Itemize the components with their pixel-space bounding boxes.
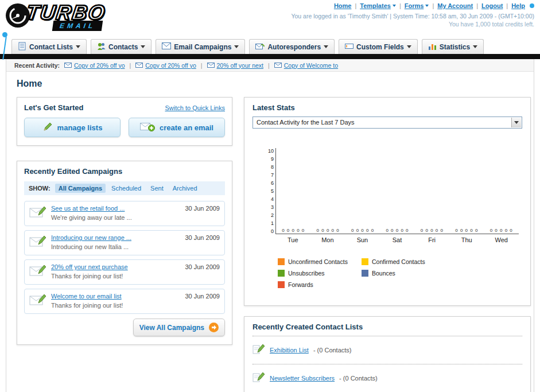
campaign-title-link[interactable]: See us at the retail food ... [51, 205, 180, 212]
tab-scheduled[interactable]: Scheduled [108, 184, 145, 193]
y-tick-label: 8 [265, 164, 274, 170]
header-right: Home Templates Forms My Account Logout H… [291, 2, 534, 28]
nav-tab-contact-lists[interactable]: Contact Lists [11, 39, 87, 54]
recent-activity-item[interactable]: Copy of 20% off yo [64, 62, 125, 69]
combo-arrow [511, 118, 521, 127]
right-column: Latest Stats Contact Activity for the La… [244, 97, 531, 392]
separator [355, 2, 356, 9]
view-all-campaigns-button[interactable]: View All Campaigns [133, 319, 225, 336]
top-link-my-account[interactable]: My Account [437, 2, 473, 9]
page-title: Home [17, 79, 523, 89]
legend-label: Bounces [372, 270, 395, 277]
legend-label: Confirmed Contacts [372, 258, 425, 265]
chevron-down-icon [141, 45, 145, 48]
campaign-row: Introducing our new range ... Introducin… [24, 230, 225, 255]
contact-list-detail: - (0 Contacts) [313, 347, 352, 354]
nav-tab-label: Contacts [108, 43, 138, 51]
nav-tab-statistics[interactable]: Statistics [422, 39, 484, 54]
login-info: You are logged in as 'Timothy Smith' | S… [291, 13, 534, 20]
manage-lists-button[interactable]: manage lists [24, 118, 121, 137]
top-link-forms[interactable]: Forms [405, 2, 429, 9]
create-email-button[interactable]: create an email [129, 118, 225, 137]
bar-chart-icon [428, 42, 437, 52]
chart-value-labels: 0 0 0 0 0 [310, 228, 345, 234]
recent-activity-item[interactable]: Copy of 20% off yo [135, 62, 196, 69]
campaign-text: Welcome to our email list Thanks for joi… [51, 293, 180, 310]
tab-sent[interactable]: Sent [147, 184, 167, 193]
separator [432, 2, 434, 9]
campaign-title-link[interactable]: Introducing our new range ... [51, 234, 180, 241]
nav-tab-contacts[interactable]: Contacts [91, 39, 151, 54]
show-label: SHOW: [29, 185, 50, 192]
top-link-forms-label: Forms [405, 2, 424, 9]
chart-x-labels: TueMonSunSatFriThuWed [275, 234, 519, 243]
tab-archived[interactable]: Archived [169, 184, 201, 193]
chart-main: 0 0 0 0 00 0 0 0 00 0 0 0 00 0 0 0 00 0 … [275, 148, 519, 243]
envelope-pencil-icon [29, 205, 46, 222]
switch-quick-links[interactable]: Switch to Quick Links [165, 104, 225, 111]
campaign-filter-bar: SHOW: All Campaigns Scheduled Sent Archi… [24, 181, 225, 195]
top-link-home[interactable]: Home [334, 2, 352, 9]
y-tick-label: 4 [265, 196, 274, 202]
campaign-date: 30 Jun 2009 [185, 293, 220, 310]
recent-activity-item[interactable]: 20% off your next [207, 62, 264, 69]
tab-all-campaigns[interactable]: All Campaigns [55, 184, 106, 193]
x-tick-label: Fri [414, 234, 449, 243]
envelope-plus-icon [140, 122, 155, 134]
nav-tab-label: Statistics [440, 43, 470, 51]
get-started-panel: Let's Get Started Switch to Quick Links … [17, 97, 232, 146]
envelope-pencil-icon [29, 263, 46, 281]
top-link-templates[interactable]: Templates [360, 2, 396, 9]
campaign-row: See us at the retail food ... We're givi… [24, 201, 225, 226]
recent-activity-item[interactable]: Copy of Welcome to [274, 62, 338, 69]
nav-tab-autoresponders[interactable]: Autoresponders [249, 39, 335, 54]
chart-legend: Unconfirmed ContactsConfirmed ContactsUn… [252, 243, 522, 300]
create-email-label: create an email [160, 123, 213, 132]
left-column: Let's Get Started Switch to Quick Links … [17, 97, 232, 345]
divider [252, 364, 522, 364]
envelope-pencil-icon [29, 293, 46, 310]
nav-tab-label: Email Campaigns [174, 43, 231, 51]
top-link-help[interactable]: Help [511, 2, 525, 9]
latest-stats-title: Latest Stats [252, 103, 522, 112]
contact-list-link[interactable]: Exhibition List [270, 347, 309, 354]
nav-tab-email-campaigns[interactable]: Email Campaigns [156, 39, 245, 54]
chevron-down-icon [473, 45, 477, 48]
legend-swatch [278, 258, 285, 265]
stats-period-value: Contact Activity for the Last 7 Days [257, 119, 355, 126]
legend-label: Forwards [288, 281, 313, 288]
chevron-down-icon [234, 45, 239, 48]
legend-item: Bounces [362, 270, 445, 277]
separator [130, 62, 131, 69]
logo-subtitle: EMAIL [52, 21, 103, 31]
top-link-logout[interactable]: Logout [481, 2, 503, 9]
campaign-title-link[interactable]: 20% off your next purchase [51, 263, 180, 270]
nav-tab-custom-fields[interactable]: Custom Fields [339, 39, 418, 54]
campaign-text: See us at the retail food ... We're givi… [51, 205, 180, 222]
chart-value-labels: 0 0 0 0 0 [276, 228, 310, 234]
chart-value-labels: 0 0 0 0 0 [345, 228, 380, 234]
separator [476, 2, 478, 9]
recent-activity-item-label: Copy of Welcome to [284, 62, 338, 69]
campaign-date: 30 Jun 2009 [185, 234, 220, 251]
envelope-icon [162, 42, 171, 51]
contacts-icon [97, 42, 106, 52]
pencil-paper-icon [252, 343, 265, 357]
chevron-down-icon [407, 45, 411, 48]
legend-label: Unconfirmed Contacts [288, 258, 348, 265]
campaign-title-link[interactable]: Welcome to our email list [51, 293, 180, 300]
nav-divider-bar [0, 54, 540, 59]
envelope-icon [207, 62, 215, 69]
pencil-paper-icon [252, 371, 265, 385]
top-link-templates-label: Templates [360, 2, 391, 9]
separator [399, 2, 401, 9]
contact-lists-title: Recently Created Contact Lists [252, 323, 522, 331]
separator [506, 2, 508, 9]
contact-list-link[interactable]: Newsletter Subscribers [270, 375, 335, 382]
chevron-down-icon [76, 45, 80, 48]
campaigns-title: Recently Edited Campaigns [24, 167, 225, 176]
stats-period-select[interactable]: Contact Activity for the Last 7 Days [252, 117, 522, 129]
logo-title: TURBO [25, 2, 107, 23]
campaign-date: 30 Jun 2009 [185, 205, 220, 222]
envelope-icon [64, 62, 72, 69]
